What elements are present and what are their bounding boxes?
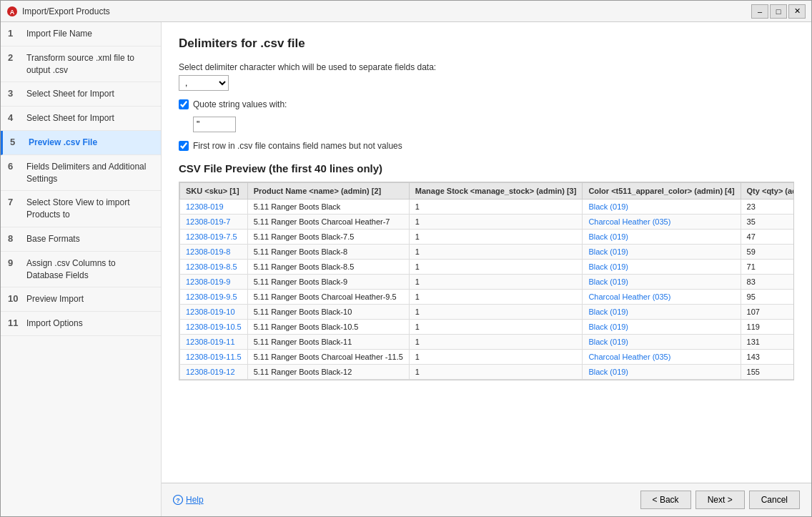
minimize-button[interactable]: – bbox=[751, 4, 768, 19]
sidebar-item-5[interactable]: 5 Preview .csv File bbox=[1, 131, 161, 155]
cell-9-4: 131 bbox=[741, 335, 794, 350]
cell-9-2: 1 bbox=[409, 335, 583, 350]
cell-3-4: 59 bbox=[741, 245, 794, 260]
cell-11-2: 1 bbox=[409, 365, 583, 380]
quote-value-input[interactable] bbox=[193, 117, 236, 132]
quote-checkbox-row: Quote string values with: bbox=[179, 99, 794, 109]
cell-4-1: 5.11 Ranger Boots Black-8.5 bbox=[247, 260, 409, 275]
window-title: Import/Export Products bbox=[22, 6, 751, 16]
table-row: 12308-019-10.55.11 Ranger Boots Black-10… bbox=[180, 320, 795, 335]
delimiter-select-container: , ; | Tab bbox=[179, 75, 794, 91]
table-row: 12308-019-95.11 Ranger Boots Black-91Bla… bbox=[180, 275, 795, 290]
sidebar-item-1[interactable]: 1 Import File Name bbox=[1, 22, 161, 46]
titlebar: A Import/Export Products – □ ✕ bbox=[1, 1, 811, 22]
csv-preview-table: SKU <sku> [1]Product Name <name> (admin)… bbox=[179, 182, 794, 380]
cell-8-3: Black (019) bbox=[583, 320, 741, 335]
sidebar-item-9[interactable]: 9 Assign .csv Columns to Database Fields bbox=[1, 252, 161, 288]
sidebar-item-8[interactable]: 8 Base Formats bbox=[1, 227, 161, 252]
cell-10-3: Charcoal Heather (035) bbox=[583, 350, 741, 365]
cell-9-1: 5.11 Ranger Boots Black-11 bbox=[247, 335, 409, 350]
cell-1-1: 5.11 Ranger Boots Charcoal Heather-7 bbox=[247, 215, 409, 230]
preview-title: CSV File Preview (the first 40 lines onl… bbox=[179, 162, 794, 174]
step-number-4: 4 bbox=[8, 112, 21, 123]
table-row: 12308-0195.11 Ranger Boots Black1Black (… bbox=[180, 200, 795, 215]
step-number-11: 11 bbox=[8, 317, 21, 328]
section-title: Delimiters for .csv file bbox=[179, 36, 794, 51]
cell-5-3: Black (019) bbox=[583, 275, 741, 290]
cell-5-2: 1 bbox=[409, 275, 583, 290]
cell-3-2: 1 bbox=[409, 245, 583, 260]
cell-9-0: 12308-019-11 bbox=[180, 335, 248, 350]
svg-text:A: A bbox=[10, 9, 15, 16]
table-row: 12308-019-7.55.11 Ranger Boots Black-7.5… bbox=[180, 230, 795, 245]
cell-2-1: 5.11 Ranger Boots Black-7.5 bbox=[247, 230, 409, 245]
next-button[interactable]: Next > bbox=[695, 491, 745, 509]
sidebar-item-4[interactable]: 4 Select Sheet for Import bbox=[1, 107, 161, 131]
table-header-row: SKU <sku> [1]Product Name <name> (admin)… bbox=[180, 183, 795, 200]
step-number-10: 10 bbox=[8, 293, 21, 304]
sidebar-item-11[interactable]: 11 Import Options bbox=[1, 312, 161, 336]
cell-0-0: 12308-019 bbox=[180, 200, 248, 215]
cell-11-3: Black (019) bbox=[583, 365, 741, 380]
close-button[interactable]: ✕ bbox=[788, 4, 806, 19]
cell-1-3: Charcoal Heather (035) bbox=[583, 215, 741, 230]
help-label: Help bbox=[186, 495, 204, 505]
csv-preview-table-container[interactable]: SKU <sku> [1]Product Name <name> (admin)… bbox=[179, 182, 794, 380]
table-row: 12308-019-125.11 Ranger Boots Black-121B… bbox=[180, 365, 795, 380]
sidebar-item-3[interactable]: 3 Select Sheet for Import bbox=[1, 82, 161, 107]
step-label-1: Import File Name bbox=[26, 28, 92, 40]
cell-6-2: 1 bbox=[409, 290, 583, 305]
cell-8-4: 119 bbox=[741, 320, 794, 335]
step-label-8: Base Formats bbox=[26, 233, 80, 245]
app-window: A Import/Export Products – □ ✕ 1 Import … bbox=[0, 0, 812, 517]
cell-1-0: 12308-019-7 bbox=[180, 215, 248, 230]
cell-4-2: 1 bbox=[409, 260, 583, 275]
step-number-1: 1 bbox=[8, 28, 21, 39]
cell-4-3: Black (019) bbox=[583, 260, 741, 275]
cell-1-4: 35 bbox=[741, 215, 794, 230]
delimiter-select[interactable]: , ; | Tab bbox=[179, 75, 229, 91]
table-row: 12308-019-11.55.11 Ranger Boots Charcoal… bbox=[180, 350, 795, 365]
maximize-button[interactable]: □ bbox=[770, 4, 787, 19]
cell-11-4: 155 bbox=[741, 365, 794, 380]
step-label-10: Preview Import bbox=[26, 293, 84, 305]
step-number-9: 9 bbox=[8, 257, 21, 268]
step-number-8: 8 bbox=[8, 233, 21, 244]
firstrow-checkbox[interactable] bbox=[179, 141, 189, 151]
table-row: 12308-019-9.55.11 Ranger Boots Charcoal … bbox=[180, 290, 795, 305]
cell-3-1: 5.11 Ranger Boots Black-8 bbox=[247, 245, 409, 260]
step-label-9: Assign .csv Columns to Database Fields bbox=[26, 257, 154, 282]
cell-0-3: Black (019) bbox=[583, 200, 741, 215]
table-row: 12308-019-105.11 Ranger Boots Black-101B… bbox=[180, 305, 795, 320]
sidebar-item-6[interactable]: 6 Fields Delimiters and Additional Setti… bbox=[1, 155, 161, 192]
quote-label: Quote string values with: bbox=[193, 99, 287, 109]
col-header-3: Color <t511_apparel_color> (admin) [4] bbox=[583, 183, 741, 200]
app-icon: A bbox=[6, 6, 18, 17]
step-number-7: 7 bbox=[8, 197, 21, 207]
sidebar-item-2[interactable]: 2 Transform source .xml file to output .… bbox=[1, 46, 161, 83]
col-header-1: Product Name <name> (admin) [2] bbox=[247, 183, 409, 200]
cancel-button[interactable]: Cancel bbox=[749, 491, 800, 509]
quote-checkbox[interactable] bbox=[179, 99, 189, 109]
sidebar-item-7[interactable]: 7 Select Store View to import Products t… bbox=[1, 191, 161, 227]
cell-7-4: 107 bbox=[741, 305, 794, 320]
step-number-5: 5 bbox=[10, 137, 23, 147]
cell-5-1: 5.11 Ranger Boots Black-9 bbox=[247, 275, 409, 290]
col-header-0: SKU <sku> [1] bbox=[180, 183, 248, 200]
step-number-6: 6 bbox=[8, 161, 21, 172]
help-link[interactable]: ? Help bbox=[173, 495, 204, 505]
cell-0-2: 1 bbox=[409, 200, 583, 215]
cell-8-1: 5.11 Ranger Boots Black-10.5 bbox=[247, 320, 409, 335]
cell-2-4: 47 bbox=[741, 230, 794, 245]
cell-7-2: 1 bbox=[409, 305, 583, 320]
cell-3-3: Black (019) bbox=[583, 245, 741, 260]
main-content: 1 Import File Name 2 Transform source .x… bbox=[1, 22, 811, 516]
sidebar-item-10[interactable]: 10 Preview Import bbox=[1, 287, 161, 312]
cell-6-0: 12308-019-9.5 bbox=[180, 290, 248, 305]
step-number-2: 2 bbox=[8, 52, 21, 63]
back-button[interactable]: < Back bbox=[640, 491, 691, 509]
cell-11-0: 12308-019-12 bbox=[180, 365, 248, 380]
cell-4-0: 12308-019-8.5 bbox=[180, 260, 248, 275]
help-icon: ? bbox=[173, 495, 183, 505]
main-panel: Delimiters for .csv file Select delimite… bbox=[162, 22, 811, 516]
